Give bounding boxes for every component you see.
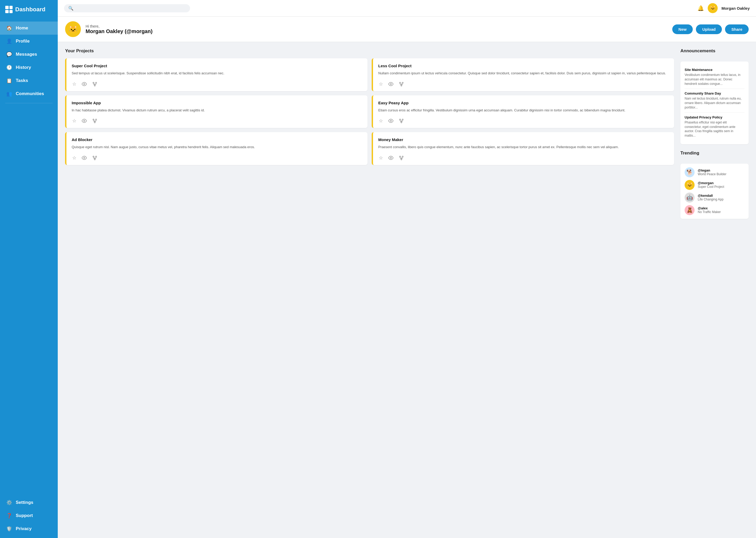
sidebar-header: Dashboard bbox=[0, 0, 58, 19]
project-actions: ☆ bbox=[72, 81, 362, 87]
project-card: Impossible App In hac habitasse platea d… bbox=[65, 95, 367, 128]
welcome-username: Morgan Oakley (@morgan) bbox=[86, 28, 153, 34]
fork-button[interactable] bbox=[92, 155, 98, 161]
announcement-text: Vestibulum condimentum tellus lacus, in … bbox=[685, 73, 744, 86]
project-title: Less Cool Project bbox=[378, 64, 669, 68]
trending-info: @kendall Life Changing App bbox=[698, 193, 724, 201]
sidebar-title: Dashboard bbox=[15, 6, 45, 13]
project-title: Super Cool Project bbox=[72, 64, 362, 68]
svg-point-21 bbox=[93, 156, 94, 157]
fork-button[interactable] bbox=[398, 118, 404, 124]
svg-point-10 bbox=[84, 120, 85, 122]
watch-button[interactable] bbox=[388, 81, 394, 87]
fork-button[interactable] bbox=[398, 81, 404, 87]
trending-avatar: 🤖 bbox=[685, 192, 694, 202]
announcement-title: Site Maintenance bbox=[685, 68, 744, 72]
sidebar-item-home[interactable]: 🏠Home bbox=[0, 22, 58, 35]
trending-card: 🐕 @tegan World Peace Builder 🐱 @morgan S… bbox=[681, 164, 749, 219]
svg-point-8 bbox=[401, 85, 402, 86]
trending-avatar: 🐱 bbox=[685, 180, 694, 190]
watch-button[interactable] bbox=[388, 118, 394, 124]
trending-handle: @morgan bbox=[698, 181, 724, 185]
project-desc: Nullam condimentum ipsum ut lectus vehic… bbox=[378, 71, 669, 76]
sidebar-item-history[interactable]: 🕐History bbox=[0, 61, 58, 74]
sidebar-item-label: Messages bbox=[16, 52, 37, 57]
sidebar-item-communities[interactable]: 👥Communities bbox=[0, 87, 58, 100]
home-icon: 🏠 bbox=[6, 25, 12, 31]
sidebar: Dashboard 🏠Home👤Profile💬Messages🕐History… bbox=[0, 0, 58, 538]
sidebar-item-tasks[interactable]: 📋Tasks bbox=[0, 74, 58, 87]
announcement-item: Site Maintenance Vestibulum condimentum … bbox=[685, 65, 744, 89]
sidebar-item-label: History bbox=[16, 65, 31, 70]
announcements-title: Announcements bbox=[681, 48, 749, 54]
sidebar-item-label: Settings bbox=[16, 500, 33, 505]
trending-handle: @tegan bbox=[698, 168, 726, 172]
announcement-item: Updated Privacy Policy Phasellus efficit… bbox=[685, 113, 744, 140]
search-icon: 🔍 bbox=[68, 6, 73, 11]
star-button[interactable]: ☆ bbox=[72, 117, 77, 124]
welcome-avatar: 🐱 bbox=[65, 21, 81, 37]
sidebar-item-profile[interactable]: 👤Profile bbox=[0, 35, 58, 48]
sidebar-item-label: Privacy bbox=[16, 526, 32, 531]
project-actions: ☆ bbox=[378, 81, 669, 87]
projects-title: Your Projects bbox=[65, 48, 674, 54]
search-wrap[interactable]: 🔍 bbox=[64, 4, 190, 12]
sidebar-item-label: Tasks bbox=[16, 78, 28, 83]
svg-point-3 bbox=[94, 85, 95, 86]
welcome-actions: New Upload Share bbox=[672, 25, 749, 34]
trending-project: Super Cool Project bbox=[698, 185, 724, 188]
star-button[interactable]: ☆ bbox=[378, 154, 384, 161]
sidebar-item-settings[interactable]: ⚙️Settings bbox=[0, 496, 58, 509]
new-button[interactable]: New bbox=[672, 25, 693, 34]
announcement-text: Phasellus efficitur nisi eget elit conse… bbox=[685, 120, 744, 138]
star-button[interactable]: ☆ bbox=[378, 117, 384, 124]
project-desc: Quisque eget rutrum nisl. Nam augue just… bbox=[72, 144, 362, 150]
project-card: Money Maker Praesent convallis, libero q… bbox=[372, 132, 674, 165]
search-input[interactable] bbox=[75, 6, 186, 10]
svg-point-7 bbox=[402, 82, 403, 83]
welcome-text: Hi there, Morgan Oakley (@morgan) bbox=[86, 24, 153, 34]
project-actions: ☆ bbox=[378, 154, 669, 161]
sidebar-divider bbox=[5, 103, 53, 103]
watch-button[interactable] bbox=[81, 81, 87, 87]
sidebar-item-privacy[interactable]: 🛡️Privacy bbox=[0, 522, 58, 535]
sidebar-item-support[interactable]: ❓Support bbox=[0, 509, 58, 522]
project-title: Easy Peasy App bbox=[378, 101, 669, 105]
svg-point-25 bbox=[390, 157, 392, 158]
fork-button[interactable] bbox=[92, 118, 98, 124]
sidebar-item-messages[interactable]: 💬Messages bbox=[0, 48, 58, 61]
sidebar-logo bbox=[5, 6, 13, 13]
watch-button[interactable] bbox=[388, 155, 394, 161]
project-card: Ad Blocker Quisque eget rutrum nisl. Nam… bbox=[65, 132, 367, 165]
history-icon: 🕐 bbox=[6, 65, 12, 71]
svg-point-20 bbox=[84, 157, 85, 158]
svg-point-28 bbox=[401, 159, 402, 160]
notifications-button[interactable]: 🔔 bbox=[697, 5, 704, 11]
project-actions: ☆ bbox=[378, 117, 669, 124]
project-title: Money Maker bbox=[378, 137, 669, 142]
share-button[interactable]: Share bbox=[725, 25, 749, 34]
projects-section: Your Projects Super Cool Project Sed tem… bbox=[65, 48, 674, 532]
trending-item: 🧸 @alex No Traffic Maker bbox=[685, 205, 744, 215]
watch-button[interactable] bbox=[81, 118, 87, 124]
svg-point-22 bbox=[96, 156, 97, 157]
announcements-section: Announcements Site Maintenance Vestibulu… bbox=[681, 48, 749, 144]
settings-icon: ⚙️ bbox=[6, 500, 12, 506]
star-button[interactable]: ☆ bbox=[72, 154, 77, 161]
project-desc: Sed tempus ut lacus ut scelerisque. Susp… bbox=[72, 71, 362, 76]
star-button[interactable]: ☆ bbox=[72, 81, 77, 87]
trending-section: Trending 🐕 @tegan World Peace Builder 🐱 … bbox=[681, 150, 749, 219]
star-button[interactable]: ☆ bbox=[378, 81, 384, 87]
sidebar-item-label: Home bbox=[16, 26, 28, 31]
fork-button[interactable] bbox=[92, 81, 98, 87]
project-desc: In hac habitasse platea dictumst. Vivamu… bbox=[72, 108, 362, 113]
svg-point-13 bbox=[94, 122, 95, 123]
upload-button[interactable]: Upload bbox=[696, 25, 722, 34]
svg-point-6 bbox=[400, 82, 401, 83]
trending-info: @tegan World Peace Builder bbox=[698, 168, 726, 176]
welcome-bar: 🐱 Hi there, Morgan Oakley (@morgan) New … bbox=[58, 17, 756, 42]
trending-avatar: 🐕 bbox=[685, 167, 694, 177]
watch-button[interactable] bbox=[81, 155, 87, 161]
fork-button[interactable] bbox=[398, 155, 404, 161]
svg-point-2 bbox=[96, 82, 97, 83]
